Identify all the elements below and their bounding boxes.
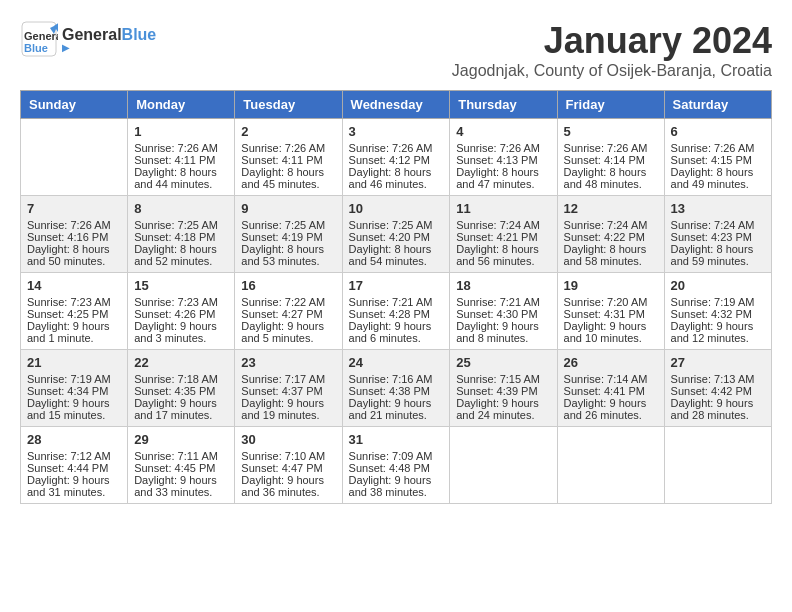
calendar-cell: 17Sunrise: 7:21 AMSunset: 4:28 PMDayligh… bbox=[342, 273, 450, 350]
sunrise-text: Sunrise: 7:26 AM bbox=[456, 142, 540, 154]
sunset-text: Sunset: 4:44 PM bbox=[27, 462, 108, 474]
sunset-text: Sunset: 4:22 PM bbox=[564, 231, 645, 243]
calendar-header-row: SundayMondayTuesdayWednesdayThursdayFrid… bbox=[21, 91, 772, 119]
day-number: 24 bbox=[349, 355, 444, 370]
sunset-text: Sunset: 4:35 PM bbox=[134, 385, 215, 397]
daylight-text: Daylight: 9 hours and 3 minutes. bbox=[134, 320, 217, 344]
location-subtitle: Jagodnjak, County of Osijek-Baranja, Cro… bbox=[452, 62, 772, 80]
sunrise-text: Sunrise: 7:19 AM bbox=[27, 373, 111, 385]
calendar-cell: 22Sunrise: 7:18 AMSunset: 4:35 PMDayligh… bbox=[128, 350, 235, 427]
calendar-cell: 6Sunrise: 7:26 AMSunset: 4:15 PMDaylight… bbox=[664, 119, 771, 196]
daylight-text: Daylight: 8 hours and 53 minutes. bbox=[241, 243, 324, 267]
logo-text: GeneralBlue bbox=[62, 26, 156, 44]
day-number: 13 bbox=[671, 201, 765, 216]
day-number: 29 bbox=[134, 432, 228, 447]
calendar-cell: 28Sunrise: 7:12 AMSunset: 4:44 PMDayligh… bbox=[21, 427, 128, 504]
sunrise-text: Sunrise: 7:26 AM bbox=[134, 142, 218, 154]
calendar-cell: 24Sunrise: 7:16 AMSunset: 4:38 PMDayligh… bbox=[342, 350, 450, 427]
daylight-text: Daylight: 8 hours and 52 minutes. bbox=[134, 243, 217, 267]
calendar-table: SundayMondayTuesdayWednesdayThursdayFrid… bbox=[20, 90, 772, 504]
sunrise-text: Sunrise: 7:21 AM bbox=[456, 296, 540, 308]
sunrise-text: Sunrise: 7:22 AM bbox=[241, 296, 325, 308]
calendar-cell: 20Sunrise: 7:19 AMSunset: 4:32 PMDayligh… bbox=[664, 273, 771, 350]
calendar-cell bbox=[21, 119, 128, 196]
daylight-text: Daylight: 9 hours and 38 minutes. bbox=[349, 474, 432, 498]
sunrise-text: Sunrise: 7:24 AM bbox=[671, 219, 755, 231]
sunset-text: Sunset: 4:20 PM bbox=[349, 231, 430, 243]
daylight-text: Daylight: 8 hours and 47 minutes. bbox=[456, 166, 539, 190]
sunset-text: Sunset: 4:11 PM bbox=[134, 154, 215, 166]
day-number: 22 bbox=[134, 355, 228, 370]
sunset-text: Sunset: 4:37 PM bbox=[241, 385, 322, 397]
sunset-text: Sunset: 4:19 PM bbox=[241, 231, 322, 243]
sunset-text: Sunset: 4:41 PM bbox=[564, 385, 645, 397]
col-header-saturday: Saturday bbox=[664, 91, 771, 119]
daylight-text: Daylight: 9 hours and 31 minutes. bbox=[27, 474, 110, 498]
sunset-text: Sunset: 4:21 PM bbox=[456, 231, 537, 243]
sunset-text: Sunset: 4:32 PM bbox=[671, 308, 752, 320]
day-number: 15 bbox=[134, 278, 228, 293]
day-number: 10 bbox=[349, 201, 444, 216]
col-header-friday: Friday bbox=[557, 91, 664, 119]
day-number: 8 bbox=[134, 201, 228, 216]
calendar-cell bbox=[557, 427, 664, 504]
calendar-week-row: 7Sunrise: 7:26 AMSunset: 4:16 PMDaylight… bbox=[21, 196, 772, 273]
day-number: 23 bbox=[241, 355, 335, 370]
calendar-week-row: 28Sunrise: 7:12 AMSunset: 4:44 PMDayligh… bbox=[21, 427, 772, 504]
day-number: 2 bbox=[241, 124, 335, 139]
sunrise-text: Sunrise: 7:25 AM bbox=[134, 219, 218, 231]
calendar-cell: 29Sunrise: 7:11 AMSunset: 4:45 PMDayligh… bbox=[128, 427, 235, 504]
sunrise-text: Sunrise: 7:17 AM bbox=[241, 373, 325, 385]
day-number: 18 bbox=[456, 278, 550, 293]
calendar-cell: 16Sunrise: 7:22 AMSunset: 4:27 PMDayligh… bbox=[235, 273, 342, 350]
day-number: 6 bbox=[671, 124, 765, 139]
calendar-cell: 19Sunrise: 7:20 AMSunset: 4:31 PMDayligh… bbox=[557, 273, 664, 350]
calendar-cell: 4Sunrise: 7:26 AMSunset: 4:13 PMDaylight… bbox=[450, 119, 557, 196]
calendar-week-row: 14Sunrise: 7:23 AMSunset: 4:25 PMDayligh… bbox=[21, 273, 772, 350]
sunset-text: Sunset: 4:18 PM bbox=[134, 231, 215, 243]
day-number: 25 bbox=[456, 355, 550, 370]
day-number: 4 bbox=[456, 124, 550, 139]
day-number: 26 bbox=[564, 355, 658, 370]
sunset-text: Sunset: 4:15 PM bbox=[671, 154, 752, 166]
calendar-cell: 27Sunrise: 7:13 AMSunset: 4:42 PMDayligh… bbox=[664, 350, 771, 427]
day-number: 12 bbox=[564, 201, 658, 216]
col-header-tuesday: Tuesday bbox=[235, 91, 342, 119]
sunset-text: Sunset: 4:23 PM bbox=[671, 231, 752, 243]
day-number: 21 bbox=[27, 355, 121, 370]
sunrise-text: Sunrise: 7:23 AM bbox=[134, 296, 218, 308]
day-number: 11 bbox=[456, 201, 550, 216]
sunset-text: Sunset: 4:42 PM bbox=[671, 385, 752, 397]
sunset-text: Sunset: 4:16 PM bbox=[27, 231, 108, 243]
daylight-text: Daylight: 8 hours and 56 minutes. bbox=[456, 243, 539, 267]
col-header-monday: Monday bbox=[128, 91, 235, 119]
daylight-text: Daylight: 9 hours and 19 minutes. bbox=[241, 397, 324, 421]
sunrise-text: Sunrise: 7:24 AM bbox=[564, 219, 648, 231]
sunset-text: Sunset: 4:12 PM bbox=[349, 154, 430, 166]
daylight-text: Daylight: 8 hours and 48 minutes. bbox=[564, 166, 647, 190]
calendar-cell: 25Sunrise: 7:15 AMSunset: 4:39 PMDayligh… bbox=[450, 350, 557, 427]
calendar-week-row: 1Sunrise: 7:26 AMSunset: 4:11 PMDaylight… bbox=[21, 119, 772, 196]
sunrise-text: Sunrise: 7:26 AM bbox=[671, 142, 755, 154]
sunset-text: Sunset: 4:30 PM bbox=[456, 308, 537, 320]
sunset-text: Sunset: 4:27 PM bbox=[241, 308, 322, 320]
day-number: 30 bbox=[241, 432, 335, 447]
day-number: 7 bbox=[27, 201, 121, 216]
sunset-text: Sunset: 4:39 PM bbox=[456, 385, 537, 397]
sunrise-text: Sunrise: 7:19 AM bbox=[671, 296, 755, 308]
logo: General Blue GeneralBlue ▶ bbox=[20, 20, 156, 58]
svg-text:Blue: Blue bbox=[24, 42, 48, 54]
calendar-cell: 13Sunrise: 7:24 AMSunset: 4:23 PMDayligh… bbox=[664, 196, 771, 273]
daylight-text: Daylight: 9 hours and 1 minute. bbox=[27, 320, 110, 344]
daylight-text: Daylight: 9 hours and 17 minutes. bbox=[134, 397, 217, 421]
daylight-text: Daylight: 9 hours and 8 minutes. bbox=[456, 320, 539, 344]
calendar-cell: 26Sunrise: 7:14 AMSunset: 4:41 PMDayligh… bbox=[557, 350, 664, 427]
sunset-text: Sunset: 4:47 PM bbox=[241, 462, 322, 474]
calendar-cell: 8Sunrise: 7:25 AMSunset: 4:18 PMDaylight… bbox=[128, 196, 235, 273]
calendar-cell: 7Sunrise: 7:26 AMSunset: 4:16 PMDaylight… bbox=[21, 196, 128, 273]
daylight-text: Daylight: 8 hours and 54 minutes. bbox=[349, 243, 432, 267]
daylight-text: Daylight: 9 hours and 33 minutes. bbox=[134, 474, 217, 498]
calendar-cell: 9Sunrise: 7:25 AMSunset: 4:19 PMDaylight… bbox=[235, 196, 342, 273]
title-block: January 2024 Jagodnjak, County of Osijek… bbox=[452, 20, 772, 80]
sunset-text: Sunset: 4:31 PM bbox=[564, 308, 645, 320]
